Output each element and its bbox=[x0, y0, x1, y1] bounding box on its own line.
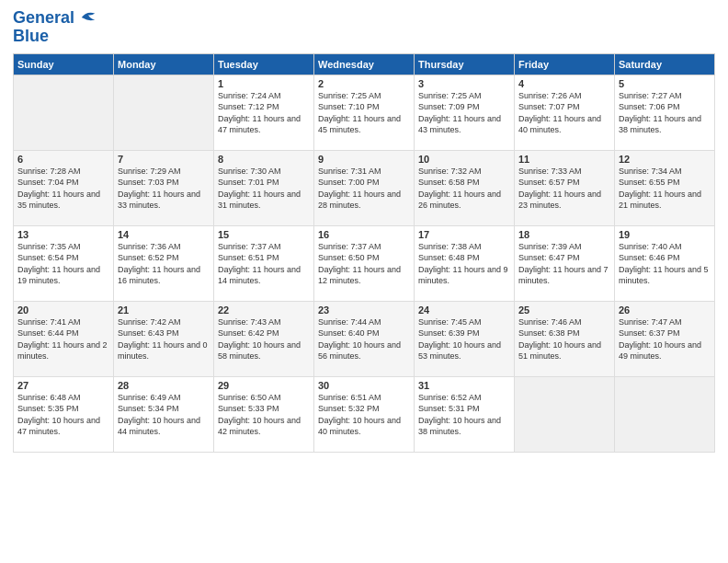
calendar-cell: 13Sunrise: 7:35 AM Sunset: 6:54 PM Dayli… bbox=[14, 225, 114, 301]
day-number: 27 bbox=[17, 380, 109, 391]
day-number: 20 bbox=[17, 304, 109, 316]
day-number: 23 bbox=[318, 304, 410, 316]
calendar-cell: 16Sunrise: 7:37 AM Sunset: 6:50 PM Dayli… bbox=[314, 225, 415, 301]
calendar-cell: 21Sunrise: 7:42 AM Sunset: 6:43 PM Dayli… bbox=[114, 301, 214, 376]
calendar-cell: 17Sunrise: 7:38 AM Sunset: 6:48 PM Dayli… bbox=[415, 225, 515, 301]
calendar-header-row: SundayMondayTuesdayWednesdayThursdayFrid… bbox=[14, 53, 715, 75]
day-info: Sunrise: 7:29 AM Sunset: 7:03 PM Dayligh… bbox=[118, 166, 210, 212]
day-info: Sunrise: 7:26 AM Sunset: 7:07 PM Dayligh… bbox=[518, 90, 610, 136]
calendar-table: SundayMondayTuesdayWednesdayThursdayFrid… bbox=[13, 53, 715, 453]
calendar-cell: 18Sunrise: 7:39 AM Sunset: 6:47 PM Dayli… bbox=[515, 225, 615, 301]
day-number: 14 bbox=[118, 229, 210, 240]
calendar-cell: 26Sunrise: 7:47 AM Sunset: 6:37 PM Dayli… bbox=[615, 301, 715, 376]
day-info: Sunrise: 6:52 AM Sunset: 5:31 PM Dayligh… bbox=[418, 392, 510, 438]
calendar-cell: 7Sunrise: 7:29 AM Sunset: 7:03 PM Daylig… bbox=[114, 150, 214, 225]
header: General Blue bbox=[13, 9, 715, 46]
calendar-cell: 3Sunrise: 7:25 AM Sunset: 7:09 PM Daylig… bbox=[415, 75, 515, 150]
day-info: Sunrise: 7:40 AM Sunset: 6:46 PM Dayligh… bbox=[619, 241, 711, 287]
calendar-cell bbox=[114, 75, 214, 150]
day-number: 15 bbox=[218, 229, 310, 240]
day-number: 12 bbox=[619, 154, 711, 165]
calendar-cell: 1Sunrise: 7:24 AM Sunset: 7:12 PM Daylig… bbox=[214, 75, 314, 150]
day-info: Sunrise: 7:30 AM Sunset: 7:01 PM Dayligh… bbox=[218, 166, 310, 212]
calendar-cell: 5Sunrise: 7:27 AM Sunset: 7:06 PM Daylig… bbox=[615, 75, 715, 150]
day-info: Sunrise: 7:34 AM Sunset: 6:55 PM Dayligh… bbox=[619, 166, 711, 212]
day-number: 22 bbox=[218, 304, 310, 316]
day-info: Sunrise: 6:49 AM Sunset: 5:34 PM Dayligh… bbox=[118, 392, 210, 438]
calendar-week-row: 20Sunrise: 7:41 AM Sunset: 6:44 PM Dayli… bbox=[14, 301, 715, 376]
calendar-cell: 8Sunrise: 7:30 AM Sunset: 7:01 PM Daylig… bbox=[214, 150, 314, 225]
calendar-cell: 14Sunrise: 7:36 AM Sunset: 6:52 PM Dayli… bbox=[114, 225, 214, 301]
calendar-cell bbox=[14, 75, 114, 150]
logo-text2: Blue bbox=[13, 28, 97, 46]
calendar-cell: 23Sunrise: 7:44 AM Sunset: 6:40 PM Dayli… bbox=[314, 301, 415, 376]
day-info: Sunrise: 6:48 AM Sunset: 5:35 PM Dayligh… bbox=[17, 392, 109, 438]
day-number: 24 bbox=[418, 304, 510, 316]
day-info: Sunrise: 6:50 AM Sunset: 5:33 PM Dayligh… bbox=[218, 392, 310, 438]
day-number: 28 bbox=[118, 380, 210, 391]
day-info: Sunrise: 7:44 AM Sunset: 6:40 PM Dayligh… bbox=[318, 316, 410, 362]
day-info: Sunrise: 7:39 AM Sunset: 6:47 PM Dayligh… bbox=[518, 241, 610, 287]
calendar-cell: 24Sunrise: 7:45 AM Sunset: 6:39 PM Dayli… bbox=[415, 301, 515, 376]
calendar-cell: 15Sunrise: 7:37 AM Sunset: 6:51 PM Dayli… bbox=[214, 225, 314, 301]
day-info: Sunrise: 7:32 AM Sunset: 6:58 PM Dayligh… bbox=[418, 166, 510, 212]
day-number: 8 bbox=[218, 154, 310, 165]
day-info: Sunrise: 7:31 AM Sunset: 7:00 PM Dayligh… bbox=[318, 166, 410, 212]
calendar-cell: 30Sunrise: 6:51 AM Sunset: 5:32 PM Dayli… bbox=[314, 376, 415, 452]
calendar-cell: 20Sunrise: 7:41 AM Sunset: 6:44 PM Dayli… bbox=[14, 301, 114, 376]
logo-bird-icon bbox=[80, 10, 97, 23]
day-number: 11 bbox=[518, 154, 610, 165]
day-info: Sunrise: 7:41 AM Sunset: 6:44 PM Dayligh… bbox=[17, 316, 109, 362]
day-number: 4 bbox=[518, 78, 610, 89]
day-number: 25 bbox=[518, 304, 610, 316]
calendar-cell: 4Sunrise: 7:26 AM Sunset: 7:07 PM Daylig… bbox=[515, 75, 615, 150]
day-number: 5 bbox=[619, 78, 711, 89]
day-number: 6 bbox=[17, 154, 109, 165]
calendar-cell: 11Sunrise: 7:33 AM Sunset: 6:57 PM Dayli… bbox=[515, 150, 615, 225]
weekday-header: Sunday bbox=[14, 53, 114, 75]
day-info: Sunrise: 7:27 AM Sunset: 7:06 PM Dayligh… bbox=[619, 90, 711, 136]
day-number: 3 bbox=[418, 78, 510, 89]
day-number: 26 bbox=[619, 304, 711, 316]
page: General Blue SundayMondayTuesdayWednesda… bbox=[0, 0, 728, 563]
weekday-header: Monday bbox=[114, 53, 214, 75]
calendar-week-row: 27Sunrise: 6:48 AM Sunset: 5:35 PM Dayli… bbox=[14, 376, 715, 452]
day-info: Sunrise: 7:47 AM Sunset: 6:37 PM Dayligh… bbox=[619, 316, 711, 362]
calendar-cell: 19Sunrise: 7:40 AM Sunset: 6:46 PM Dayli… bbox=[615, 225, 715, 301]
day-number: 18 bbox=[518, 229, 610, 240]
calendar-cell: 10Sunrise: 7:32 AM Sunset: 6:58 PM Dayli… bbox=[415, 150, 515, 225]
day-number: 29 bbox=[218, 380, 310, 391]
day-info: Sunrise: 7:36 AM Sunset: 6:52 PM Dayligh… bbox=[118, 241, 210, 287]
day-info: Sunrise: 7:38 AM Sunset: 6:48 PM Dayligh… bbox=[418, 241, 510, 287]
day-number: 2 bbox=[318, 78, 410, 89]
day-number: 21 bbox=[118, 304, 210, 316]
calendar-cell: 25Sunrise: 7:46 AM Sunset: 6:38 PM Dayli… bbox=[515, 301, 615, 376]
calendar-cell: 27Sunrise: 6:48 AM Sunset: 5:35 PM Dayli… bbox=[14, 376, 114, 452]
calendar-cell: 29Sunrise: 6:50 AM Sunset: 5:33 PM Dayli… bbox=[214, 376, 314, 452]
day-info: Sunrise: 7:24 AM Sunset: 7:12 PM Dayligh… bbox=[218, 90, 310, 136]
day-number: 1 bbox=[218, 78, 310, 89]
day-info: Sunrise: 7:45 AM Sunset: 6:39 PM Dayligh… bbox=[418, 316, 510, 362]
calendar-week-row: 1Sunrise: 7:24 AM Sunset: 7:12 PM Daylig… bbox=[14, 75, 715, 150]
day-info: Sunrise: 7:35 AM Sunset: 6:54 PM Dayligh… bbox=[17, 241, 109, 287]
day-number: 7 bbox=[118, 154, 210, 165]
day-number: 9 bbox=[318, 154, 410, 165]
day-info: Sunrise: 7:25 AM Sunset: 7:10 PM Dayligh… bbox=[318, 90, 410, 136]
weekday-header: Thursday bbox=[415, 53, 515, 75]
calendar-cell: 22Sunrise: 7:43 AM Sunset: 6:42 PM Dayli… bbox=[214, 301, 314, 376]
calendar-cell: 2Sunrise: 7:25 AM Sunset: 7:10 PM Daylig… bbox=[314, 75, 415, 150]
calendar-cell: 31Sunrise: 6:52 AM Sunset: 5:31 PM Dayli… bbox=[415, 376, 515, 452]
calendar-cell: 12Sunrise: 7:34 AM Sunset: 6:55 PM Dayli… bbox=[615, 150, 715, 225]
calendar-week-row: 6Sunrise: 7:28 AM Sunset: 7:04 PM Daylig… bbox=[14, 150, 715, 225]
day-number: 30 bbox=[318, 380, 410, 391]
day-number: 19 bbox=[619, 229, 711, 240]
calendar-cell bbox=[615, 376, 715, 452]
calendar-cell: 6Sunrise: 7:28 AM Sunset: 7:04 PM Daylig… bbox=[14, 150, 114, 225]
logo-text: General bbox=[13, 9, 97, 28]
day-info: Sunrise: 7:28 AM Sunset: 7:04 PM Dayligh… bbox=[17, 166, 109, 212]
day-info: Sunrise: 7:33 AM Sunset: 6:57 PM Dayligh… bbox=[518, 166, 610, 212]
weekday-header: Wednesday bbox=[314, 53, 415, 75]
day-number: 17 bbox=[418, 229, 510, 240]
logo: General Blue bbox=[13, 9, 97, 46]
day-info: Sunrise: 7:37 AM Sunset: 6:51 PM Dayligh… bbox=[218, 241, 310, 287]
